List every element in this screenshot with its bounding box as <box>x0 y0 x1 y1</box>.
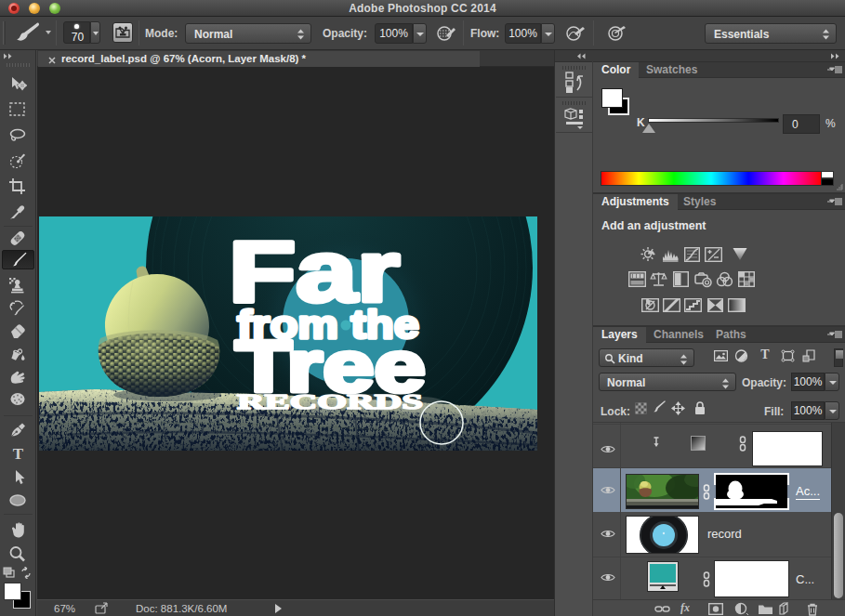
svg-text:RECORDS: RECORDS <box>237 390 423 413</box>
